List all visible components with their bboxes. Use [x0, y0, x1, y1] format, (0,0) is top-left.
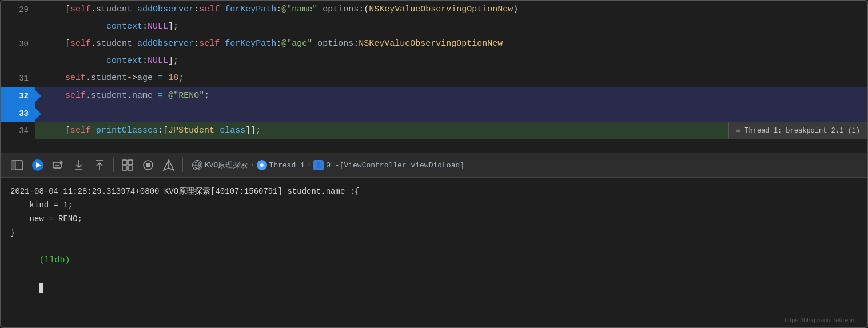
frame-nav-button[interactable]	[118, 156, 137, 174]
svg-point-16	[146, 163, 150, 167]
code-line-30: 30 [self.student addObserver:self forKey…	[1, 35, 867, 53]
breadcrumb-frame-name: 0 -[ViewController viewDidLoad]	[326, 161, 464, 170]
line-content-29c: context:NULL];	[35, 18, 178, 35]
breakpoints-icon	[142, 159, 154, 171]
code-line-29-cont: context:NULL];	[1, 18, 867, 35]
code-line-33: 33	[1, 105, 867, 122]
svg-rect-13	[122, 166, 127, 170]
line-content-30: [self.student addObserver:self forKeyPat…	[35, 35, 503, 53]
breadcrumb-project-name: KVO原理探索	[205, 160, 248, 170]
line-number-32: 32	[1, 87, 35, 105]
breadcrumb-sep-1: ›	[250, 161, 254, 169]
continue-button[interactable]	[29, 156, 47, 174]
breadcrumb-frame[interactable]: 👤 0 -[ViewController viewDidLoad]	[313, 160, 464, 170]
svg-rect-1	[11, 161, 15, 170]
line-number-33: 33	[1, 105, 35, 122]
console-prompt-line: (lldb)	[10, 239, 858, 309]
svg-rect-11	[122, 160, 127, 165]
console-log-line: 2021-08-04 11:28:29.313974+0800 KVO原理探索[…	[10, 185, 858, 198]
breadcrumb: KVO原理探索 › ⏺ Thread 1 › 👤 0 -[ViewControl…	[192, 160, 464, 170]
step-over-icon	[52, 159, 65, 171]
code-line-34: 34 [self printClasses:[JPStudent class]]…	[1, 122, 867, 139]
breakpoints-button[interactable]	[139, 156, 157, 174]
continue-icon	[31, 159, 44, 171]
step-into-icon	[73, 159, 85, 171]
breadcrumb-project[interactable]: KVO原理探索	[192, 160, 248, 170]
line-number-34: 34	[1, 122, 35, 139]
thread-icon: ⏺	[257, 160, 267, 170]
step-into-button[interactable]	[70, 156, 88, 174]
simulate-icon	[162, 159, 175, 171]
console-output-3: }	[10, 226, 858, 239]
step-out-button[interactable]	[90, 156, 109, 174]
line-content-34: [self printClasses:[JPStudent class]];	[35, 122, 261, 139]
breadcrumb-sep-2: ›	[307, 161, 311, 169]
step-over-button[interactable]	[49, 156, 67, 174]
console-area: 2021-08-04 11:28:29.313974+0800 KVO原理探索[…	[1, 178, 867, 327]
toolbar: KVO原理探索 › ⏺ Thread 1 › 👤 0 -[ViewControl…	[1, 153, 867, 178]
toolbar-sep-1	[113, 158, 114, 172]
line-number-30: 30	[1, 35, 35, 53]
console-prompt: (lldb)	[39, 255, 70, 265]
hide-panel-icon	[11, 160, 23, 170]
svg-rect-14	[128, 166, 133, 170]
watermark: https://blog.csdn.net/reijin...	[785, 317, 861, 323]
toolbar-sep-2	[182, 158, 183, 172]
line-content-31: self.student->age = 18;	[35, 70, 184, 87]
breadcrumb-thread-name: Thread 1	[269, 161, 305, 170]
globe-icon	[192, 160, 202, 170]
frame-nav-icon	[121, 159, 134, 171]
thread-indicator-text: Thread 1: breakpoint 2.1 (1)	[744, 122, 860, 139]
hide-panel-button[interactable]	[8, 156, 26, 174]
person-icon: 👤	[313, 160, 324, 170]
svg-rect-12	[128, 160, 133, 165]
breadcrumb-thread[interactable]: ⏺ Thread 1	[257, 160, 305, 170]
step-out-icon	[93, 159, 106, 171]
console-output-2: new = RENO;	[10, 212, 858, 226]
code-line-32: 32 self.student.name = @"RENO";	[1, 87, 867, 105]
line-content-29: [self.student addObserver:self forKeyPat…	[35, 1, 518, 18]
simulate-location-button[interactable]	[160, 156, 178, 174]
code-lines: 29 [self.student addObserver:self forKey…	[1, 1, 867, 153]
main-container: 29 [self.student addObserver:self forKey…	[0, 0, 868, 328]
code-editor: 29 [self.student addObserver:self forKey…	[1, 1, 867, 153]
console-cursor	[39, 283, 43, 293]
line-number-29: 29	[1, 1, 35, 18]
line-content-32: self.student.name = @"RENO";	[35, 87, 209, 105]
line-number-31: 31	[1, 70, 35, 87]
code-line-30-cont: context:NULL];	[1, 53, 867, 70]
line-content-30c: context:NULL];	[35, 53, 178, 70]
code-line-31: 31 self.student->age = 18;	[1, 70, 867, 87]
console-output-1: kind = 1;	[10, 198, 858, 212]
thread-indicator: ≡ Thread 1: breakpoint 2.1 (1)	[728, 122, 867, 139]
code-line-29: 29 [self.student addObserver:self forKey…	[1, 1, 867, 18]
